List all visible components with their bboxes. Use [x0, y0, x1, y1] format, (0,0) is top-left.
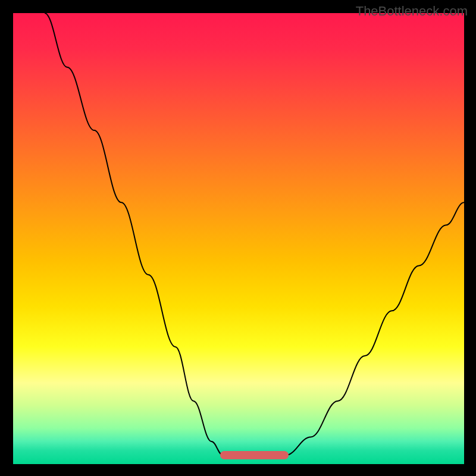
curve-left	[45, 13, 223, 455]
curve-right	[286, 202, 464, 455]
watermark-label: TheBottleneck.com	[356, 4, 468, 19]
plot-area	[13, 13, 464, 464]
curve-svg	[13, 13, 464, 464]
hot-zone-marker	[220, 451, 288, 459]
